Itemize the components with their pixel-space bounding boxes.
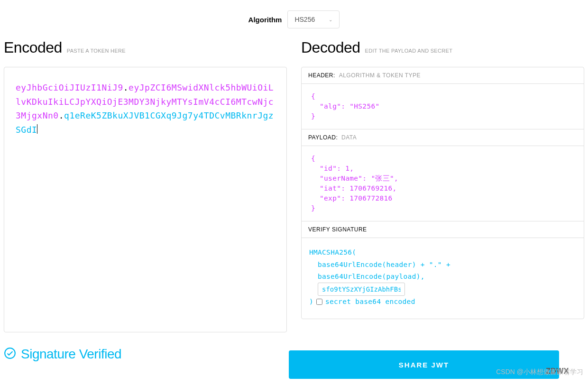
sig-line2: base64UrlEncode(header) + "." + bbox=[309, 259, 576, 271]
token-header-part: eyJhbGciOiJIUzI1NiJ9 bbox=[16, 82, 123, 92]
payload-json-editor[interactable]: { "id": 1, "userName": "张三", "iat": 1706… bbox=[302, 146, 584, 221]
payload-sub: DATA bbox=[341, 134, 357, 141]
payload-section-header: PAYLOAD: DATA bbox=[302, 129, 584, 146]
check-circle-icon bbox=[4, 347, 16, 361]
sig-line1: HMACSHA256( bbox=[309, 247, 576, 258]
algorithm-label: Algorithm bbox=[248, 16, 282, 24]
encoded-token-input[interactable]: eyJhbGciOiJIUzI1NiJ9.eyJpZCI6MSwidXNlck5… bbox=[4, 67, 287, 332]
verified-text: Signature Verified bbox=[21, 347, 121, 362]
header-json: { "alg": "HS256" } bbox=[311, 92, 574, 121]
text-cursor bbox=[37, 124, 37, 134]
secret-input[interactable] bbox=[318, 283, 405, 296]
signature-label: VERIFY SIGNATURE bbox=[308, 226, 367, 233]
secret-base64-label: secret base64 encoded bbox=[325, 296, 415, 308]
watermark-csdn: CSDN @小林想做富家翁学习 bbox=[496, 368, 583, 376]
chevron-down-icon: ⌄ bbox=[329, 17, 332, 22]
header-sub: ALGORITHM & TOKEN TYPE bbox=[339, 72, 421, 79]
payload-label: PAYLOAD: bbox=[308, 134, 338, 141]
signature-section-header: VERIFY SIGNATURE bbox=[302, 221, 584, 238]
decoded-column: Decoded EDIT THE PAYLOAD AND SECRET HEAD… bbox=[301, 39, 584, 332]
decoded-subtitle: EDIT THE PAYLOAD AND SECRET bbox=[365, 48, 453, 54]
sig-line3: base64UrlEncode(payload), bbox=[309, 271, 576, 283]
algorithm-select[interactable]: HS256 ⌄ bbox=[287, 10, 340, 28]
sig-line4-prefix: ) bbox=[309, 296, 313, 308]
encoded-column: Encoded PASTE A TOKEN HERE eyJhbGciOiJIU… bbox=[4, 39, 287, 332]
payload-json: { "id": 1, "userName": "张三", "iat": 1706… bbox=[311, 154, 574, 213]
header-json-editor[interactable]: { "alg": "HS256" } bbox=[302, 84, 584, 129]
header-label: HEADER: bbox=[308, 72, 335, 79]
signature-body: HMACSHA256( base64UrlEncode(header) + ".… bbox=[302, 238, 584, 319]
decoded-box: HEADER: ALGORITHM & TOKEN TYPE { "alg": … bbox=[301, 67, 584, 319]
algorithm-row: Algorithm HS256 ⌄ bbox=[0, 0, 588, 39]
algorithm-value: HS256 bbox=[294, 16, 315, 23]
encoded-title: Encoded bbox=[4, 39, 62, 56]
decoded-title: Decoded bbox=[301, 39, 360, 56]
encoded-subtitle: PASTE A TOKEN HERE bbox=[67, 48, 126, 54]
svg-point-0 bbox=[5, 348, 15, 358]
secret-base64-checkbox[interactable] bbox=[316, 299, 322, 305]
header-section-header: HEADER: ALGORITHM & TOKEN TYPE bbox=[302, 67, 584, 84]
